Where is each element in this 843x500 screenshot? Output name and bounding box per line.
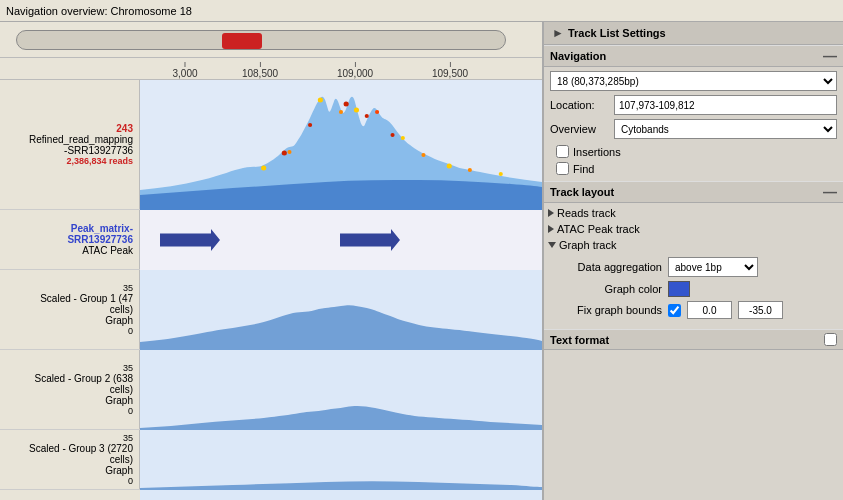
- reads-track-label: Reads track: [557, 207, 616, 219]
- track-g1-name: Scaled - Group 1 (47: [6, 293, 133, 304]
- track-g1-zero: 0: [6, 326, 133, 336]
- svg-point-5: [354, 108, 359, 113]
- location-row: Location:: [550, 95, 837, 115]
- track-content-group1[interactable]: [140, 270, 542, 350]
- find-label: Find: [573, 163, 594, 175]
- track-label-atac-peak: Peak_matrix- SRR13927736 ATAC Peak: [0, 210, 140, 269]
- settings-panel: ► Track List Settings Navigation — 18 (8…: [543, 22, 843, 500]
- coord-tick-4: 109,500: [432, 62, 468, 79]
- track-content-group2[interactable]: [140, 350, 542, 430]
- coord-tick-2: 108,500: [242, 62, 278, 79]
- svg-point-9: [447, 164, 452, 169]
- track-row-group2: 35 Scaled - Group 2 (638 cells) Graph 0: [0, 350, 542, 430]
- title-text: Navigation overview: Chromosome 18: [6, 5, 192, 17]
- graph-track-settings: Data aggregation above 1bp Graph color F…: [544, 253, 843, 327]
- chromosome-select[interactable]: 18 (80,373,285bp): [550, 71, 837, 91]
- track-peak-type: ATAC Peak: [6, 245, 133, 256]
- fix-graph-max-input[interactable]: [738, 301, 783, 319]
- track-g3-cells: cells): [6, 454, 133, 465]
- graph-track-header[interactable]: Graph track: [544, 237, 843, 253]
- svg-point-13: [308, 123, 312, 127]
- track-row-atac-peak: Peak_matrix- SRR13927736 ATAC Peak: [0, 210, 542, 270]
- track-g3-scale: 35: [6, 433, 133, 443]
- atac-peak-header[interactable]: ATAC Peak track: [544, 221, 843, 237]
- svg-point-16: [390, 133, 394, 137]
- find-row: Find: [550, 160, 837, 177]
- svg-point-12: [282, 151, 287, 156]
- svg-point-7: [401, 136, 405, 140]
- location-input[interactable]: [614, 95, 837, 115]
- track-g1-scale: 35: [6, 283, 133, 293]
- navigation-label: Navigation: [550, 50, 606, 62]
- track-content-group3[interactable]: [140, 430, 542, 500]
- reads-track-expand-icon: [548, 209, 554, 217]
- atac-arrow-1: [160, 229, 220, 251]
- track-row-group1: 35 Scaled - Group 1 (47 cells) Graph 0: [0, 270, 542, 350]
- track-name-1: Refined_read_mapping: [6, 134, 133, 145]
- track-layout-section-header[interactable]: Track layout —: [544, 181, 843, 203]
- text-format-label: Text format: [550, 334, 609, 346]
- navigation-minimize-icon[interactable]: —: [823, 49, 837, 63]
- track-g2-name: Scaled - Group 2 (638: [6, 373, 133, 384]
- fix-graph-bounds-label: Fix graph bounds: [552, 304, 662, 316]
- track-label-group2: 35 Scaled - Group 2 (638 cells) Graph 0: [0, 350, 140, 429]
- svg-point-15: [365, 114, 369, 118]
- insertions-checkbox[interactable]: [556, 145, 569, 158]
- track-layout-label: Track layout: [550, 186, 614, 198]
- track-peak-name2: SRR13927736: [6, 234, 133, 245]
- graph-color-swatch[interactable]: [668, 281, 690, 297]
- chr-bar[interactable]: [16, 30, 506, 50]
- track-peak-name1: Peak_matrix-: [6, 223, 133, 234]
- track-reads: 2,386,834 reads: [6, 156, 133, 166]
- chr-overview: [0, 22, 542, 58]
- track-layout-body: Reads track ATAC Peak track Graph track …: [544, 203, 843, 329]
- track-g3-name: Scaled - Group 3 (2720: [6, 443, 133, 454]
- coord-tick-3: 109,000: [337, 62, 373, 79]
- text-format-checkbox[interactable]: [824, 333, 837, 346]
- navigation-section-header[interactable]: Navigation —: [544, 45, 843, 67]
- track-label-group1: 35 Scaled - Group 1 (47 cells) Graph 0: [0, 270, 140, 349]
- track-content-atac-peak[interactable]: [140, 210, 542, 270]
- track-g2-zero: 0: [6, 406, 133, 416]
- overview-row: Overview Cytobands: [550, 119, 837, 139]
- data-aggregation-label: Data aggregation: [552, 261, 662, 273]
- tracks-area: 243 Refined_read_mapping -SRR13927736 2,…: [0, 80, 542, 500]
- track-label-read-mapping: 243 Refined_read_mapping -SRR13927736 2,…: [0, 80, 140, 209]
- overview-label: Overview: [550, 123, 610, 135]
- overview-select[interactable]: Cytobands: [614, 119, 837, 139]
- genome-panel: 3,000 108,500 109,000 109,500 243 Refine…: [0, 22, 543, 500]
- insertions-label: Insertions: [573, 146, 621, 158]
- track-layout-minimize-icon[interactable]: —: [823, 185, 837, 199]
- fix-graph-bounds-row: Fix graph bounds: [552, 301, 835, 319]
- track-row-read-mapping: 243 Refined_read_mapping -SRR13927736 2,…: [0, 80, 542, 210]
- svg-point-2: [287, 150, 291, 154]
- insertions-row: Insertions: [550, 143, 837, 160]
- graph-color-row: Graph color: [552, 281, 835, 297]
- atac-peak-expand-icon: [548, 225, 554, 233]
- track-g3-zero: 0: [6, 476, 133, 486]
- main-container: 3,000 108,500 109,000 109,500 243 Refine…: [0, 22, 843, 500]
- text-format-section-header[interactable]: Text format: [544, 329, 843, 350]
- fix-graph-bounds-checkbox[interactable]: [668, 304, 681, 317]
- track-g1-type: Graph: [6, 315, 133, 326]
- find-checkbox[interactable]: [556, 162, 569, 175]
- track-g2-scale: 35: [6, 363, 133, 373]
- reads-track-header[interactable]: Reads track: [544, 205, 843, 221]
- title-bar: Navigation overview: Chromosome 18: [0, 0, 843, 22]
- svg-point-10: [468, 168, 472, 172]
- svg-point-6: [375, 110, 379, 114]
- fix-graph-min-input[interactable]: [687, 301, 732, 319]
- track-count: 243: [6, 123, 133, 134]
- track-label-group3: 35 Scaled - Group 3 (2720 cells) Graph 0: [0, 430, 140, 489]
- track-g1-cells: cells): [6, 304, 133, 315]
- graph-color-label: Graph color: [552, 283, 662, 295]
- graph-track-label: Graph track: [559, 239, 616, 251]
- data-aggregation-select[interactable]: above 1bp: [668, 257, 758, 277]
- track-g2-type: Graph: [6, 395, 133, 406]
- panel-arrow-icon: ►: [552, 26, 564, 40]
- svg-point-11: [499, 172, 503, 176]
- navigation-section-body: 18 (80,373,285bp) Location: Overview Cyt…: [544, 67, 843, 181]
- data-aggregation-row: Data aggregation above 1bp: [552, 257, 835, 277]
- track-content-read-mapping[interactable]: [140, 80, 542, 210]
- track-row-group3: 35 Scaled - Group 3 (2720 cells) Graph 0: [0, 430, 542, 490]
